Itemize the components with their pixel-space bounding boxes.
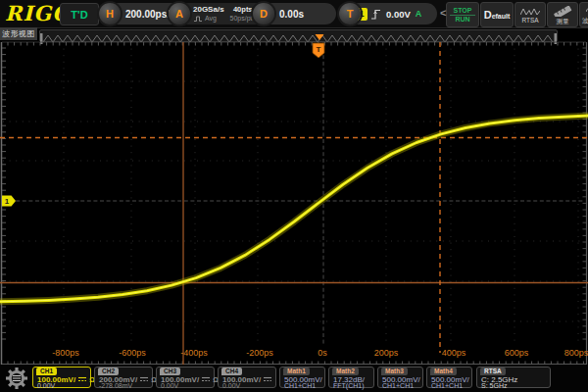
waveform-glow (0, 116, 588, 302)
math-box-math4[interactable]: Math4500.00mV/CH1+CH1 (426, 367, 472, 388)
rtsa-box[interactable]: RTSAC: 2.5GHzS: 5GHz (476, 367, 551, 388)
spectrum-icon (520, 7, 540, 16)
channel-box-ch2-offset: -278.08mV (99, 382, 132, 389)
math-box-math2[interactable]: Math217.32dB/FFT(CH1) (328, 367, 374, 388)
menu-gear-button[interactable] (4, 366, 29, 390)
gear-icon (4, 366, 29, 391)
axis-label: -200ps (246, 348, 273, 358)
waveform-trace (0, 116, 588, 302)
axis-label: 600ps (505, 348, 529, 358)
channel-box-ch1[interactable]: CH1100.00mV/Ω0.00V (32, 367, 91, 388)
chevron-left-icon[interactable]: < (440, 7, 446, 19)
channel-box-ch2[interactable]: CH2200.00mV/Ω-278.08mV (94, 367, 153, 388)
axis-label: 200ps (374, 348, 399, 358)
delay-knob-button[interactable]: D (253, 3, 274, 24)
waveform-core (0, 116, 588, 302)
rising-edge-icon (370, 8, 382, 21)
math-box-math1[interactable]: Math1500.00mV/CH1+CH1 (279, 367, 325, 388)
tab-waveform-view[interactable]: 波形视图 (0, 27, 37, 40)
trigger-status-badge: T'D (60, 3, 99, 25)
sample-rate: 20GSa/s (193, 5, 224, 14)
dc-coupling-icon (139, 375, 149, 383)
rtsa-button[interactable]: RTSA (514, 2, 546, 27)
memory-depth: 40pts (233, 5, 253, 14)
trigger-settings[interactable]: 1 0.00V A (350, 3, 437, 24)
axis-label: 800ps (564, 348, 588, 358)
channel-box-ch3-offset: 0.00V (161, 382, 178, 389)
math-box-math4-offset: CH1+CH1 (431, 382, 463, 389)
acquisition-info[interactable]: 20GSa/s Avg 40pts 50ps/pt (179, 3, 265, 24)
status-bar: CH1100.00mV/Ω0.00VCH2200.00mV/Ω-278.08mV… (0, 365, 588, 392)
math-box-math3[interactable]: Math3500.00mV/CH1+CH1 (377, 367, 423, 388)
ruler-icon (553, 6, 572, 17)
axis-label: 0s (318, 348, 327, 358)
axis-label: 400ps (442, 348, 466, 358)
avg-icon (193, 15, 203, 23)
waveform-search-button[interactable]: 波形搜索 (579, 2, 588, 27)
dc-coupling-icon (263, 375, 272, 383)
trigger-level: 0.00V (386, 9, 411, 20)
top-bar: RIGOL T'D H 200.00ps/ A 20GSa/s Avg 40pt… (0, 0, 588, 28)
channel-box-ch3[interactable]: CH3100.00mV/Ω0.00V (156, 367, 215, 388)
axis-label: -400ps (180, 348, 208, 358)
trigger-sweep-mode: A (416, 9, 422, 19)
acquire-knob-button[interactable]: A (169, 3, 190, 24)
math-box-math1-offset: CH1+CH1 (284, 382, 316, 389)
math-box-math2-offset: FFT(CH1) (333, 382, 365, 389)
oscilloscope-screen: RIGOL T'D H 200.00ps/ A 20GSa/s Avg 40pt… (0, 0, 588, 392)
dc-coupling-icon (201, 375, 211, 383)
channel-box-ch1-offset: 0.00V (37, 382, 55, 389)
measure-button[interactable]: 测量 (547, 2, 578, 27)
horizontal-knob-button[interactable]: H (99, 3, 121, 24)
channel-box-ch4[interactable]: CH4100.00mV/0.00V (218, 367, 276, 388)
stop-run-button[interactable]: STOP RUN (446, 2, 479, 27)
delay-value[interactable]: 0.00s (264, 3, 336, 24)
axis-label: -600ps (119, 348, 146, 358)
dc-coupling-icon (77, 375, 87, 383)
graticule-plot-area[interactable]: -800ps-600ps-400ps-200ps0s200ps400ps600p… (0, 40, 588, 365)
trigger-flag-label: T (317, 45, 321, 54)
acq-mode: Avg (193, 14, 224, 23)
time-resolution: 50ps/pt (230, 14, 253, 23)
default-button[interactable]: Default (480, 2, 514, 27)
axis-label: -800ps (52, 348, 79, 358)
channel-box-ch4-offset: 0.00V (222, 382, 240, 389)
math-box-math3-offset: CH1+CH1 (382, 382, 414, 389)
channel1-marker-label: 1 (5, 197, 10, 206)
rtsa-box-offset: S: 5GHz (481, 382, 507, 389)
trigger-knob-button[interactable]: T (339, 3, 361, 24)
